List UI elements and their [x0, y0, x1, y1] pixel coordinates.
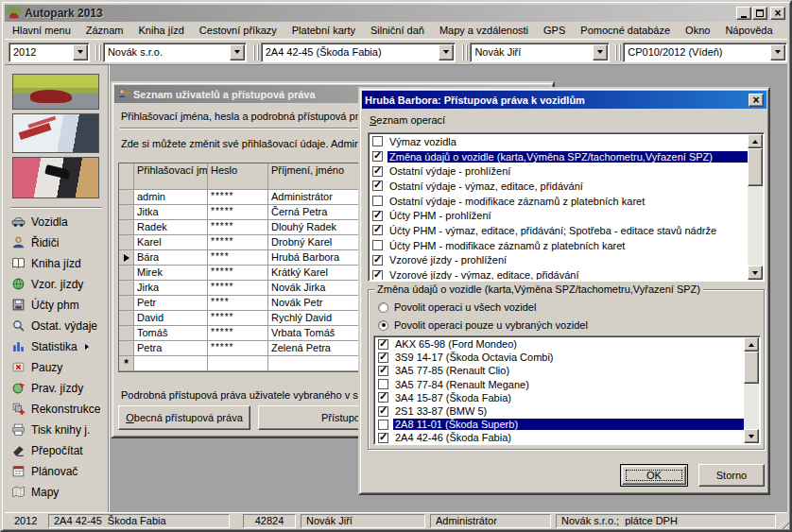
sidebar-item-vozidla[interactable]: Vozidla: [9, 212, 106, 232]
vehicle-item[interactable]: 2A4 42-46 (Škoda Fabia): [375, 431, 744, 443]
operation-item[interactable]: Změna údajů o vozidle (karta,Výměna SPZ/…: [370, 149, 748, 164]
cell-password[interactable]: *****: [208, 341, 268, 356]
menu-item[interactable]: Cestovní příkazy: [192, 23, 284, 38]
combobox-dropdown-button[interactable]: [593, 44, 608, 60]
operation-item[interactable]: Účty PHM - prohlížení: [370, 208, 748, 223]
vehicle-item[interactable]: 3S9 14-17 (Škoda Octavia Combi): [375, 351, 744, 364]
operation-item[interactable]: Účty PHM - výmaz, editace, přidávání; Sp…: [370, 223, 748, 238]
scroll-down-button[interactable]: [748, 266, 763, 280]
checkbox-icon[interactable]: [378, 339, 388, 350]
checkbox-icon[interactable]: [372, 136, 383, 146]
checkbox-icon[interactable]: [378, 366, 388, 376]
operation-item[interactable]: Vzorové jízdy - výmaz, editace, přidáván…: [370, 267, 748, 280]
checkbox-icon[interactable]: [372, 240, 383, 250]
cell-password[interactable]: [208, 356, 268, 371]
combobox-dropdown-button[interactable]: [73, 44, 88, 60]
cell-password[interactable]: ****: [208, 296, 268, 311]
sidebar-item-pauzy[interactable]: Pauzy: [9, 357, 106, 377]
menu-item[interactable]: Silniční daň: [363, 23, 432, 38]
row-selector[interactable]: [119, 250, 134, 266]
operation-item[interactable]: Vzorové jízdy - prohlížení: [370, 253, 748, 268]
menu-item[interactable]: Okno: [678, 23, 717, 38]
vehicle-item[interactable]: 3A5 77-85 (Renault Clio): [375, 364, 744, 377]
cell-password[interactable]: *****: [208, 326, 268, 341]
cell-password[interactable]: ****: [208, 250, 268, 266]
operation-item[interactable]: Ostatní výdaje - výmaz, editace, přidává…: [370, 179, 748, 194]
vehicle-item[interactable]: 3A5 77-84 (Renault Megane): [375, 378, 744, 391]
menu-item[interactable]: Platební karty: [284, 23, 363, 38]
cell-login[interactable]: Mirek: [134, 266, 208, 281]
cell-login[interactable]: Petra: [134, 341, 208, 356]
checkbox-icon[interactable]: [372, 211, 383, 221]
row-selector[interactable]: [119, 281, 134, 296]
cell-password[interactable]: *****: [208, 190, 268, 205]
scroll-up-button[interactable]: [744, 337, 759, 352]
checkbox-icon[interactable]: [378, 406, 388, 417]
cell-login[interactable]: admin: [134, 190, 208, 205]
rights-dialog-close-button[interactable]: ×: [749, 94, 764, 107]
operations-scrollbar[interactable]: [748, 134, 763, 280]
sidebar-item-tisk-knihy[interactable]: Tisk knihy j.: [9, 420, 106, 439]
checkbox-icon[interactable]: [378, 352, 388, 363]
operation-item[interactable]: Ostatní výdaje - modifikace záznamů z pl…: [370, 194, 748, 209]
checkbox-icon[interactable]: [378, 379, 388, 389]
combobox-dropdown-button[interactable]: [230, 44, 245, 60]
maximize-button[interactable]: [752, 7, 767, 20]
checkbox-icon[interactable]: [372, 255, 383, 266]
sidebar-item-ostat-vydaje[interactable]: Ostat. výdaje: [9, 316, 106, 335]
row-selector[interactable]: [119, 235, 134, 250]
ok-button[interactable]: OK: [620, 464, 688, 487]
menu-item[interactable]: Hlavní menu: [5, 23, 78, 38]
toolbar-combobox[interactable]: Novák Jiří: [470, 43, 610, 62]
cell-login[interactable]: Jirka: [134, 281, 208, 296]
cell-password[interactable]: *****: [208, 281, 268, 296]
row-selector[interactable]: [119, 205, 134, 220]
sidebar-item-ridici[interactable]: Řidiči: [9, 232, 106, 252]
vehicle-item[interactable]: AKX 65-98 (Ford Mondeo): [375, 337, 744, 351]
row-selector[interactable]: [119, 341, 134, 356]
general-rights-button[interactable]: Obecná přístupová práva: [118, 405, 250, 430]
combobox-dropdown-button[interactable]: [439, 44, 454, 60]
sidebar-item-prav-jizdy[interactable]: Prav. jízdy: [9, 378, 106, 398]
combobox-dropdown-button[interactable]: [770, 44, 785, 60]
menu-item[interactable]: Pomocné databáze: [573, 23, 678, 38]
sidebar-item-mapy[interactable]: Mapy: [9, 482, 106, 502]
scroll-up-button[interactable]: [748, 134, 763, 148]
scrollbar-thumb[interactable]: [748, 148, 763, 186]
vehicle-item[interactable]: 2S1 33-87 (BMW 5): [375, 404, 744, 418]
operation-item[interactable]: Účty PHM - modifikace záznamů z platební…: [370, 238, 748, 253]
cell-password[interactable]: *****: [208, 311, 268, 326]
vehicle-item[interactable]: 3A4 15-87 (Škoda Fabia): [375, 391, 744, 404]
cell-login[interactable]: Radek: [134, 220, 208, 235]
row-selector[interactable]: [119, 296, 134, 311]
new-row-selector[interactable]: *: [119, 356, 134, 371]
sidebar-item-prepocitat[interactable]: Přepočítat: [9, 440, 106, 460]
minimize-button[interactable]: [736, 7, 751, 20]
sidebar-item-ucty-phm[interactable]: Účty phm: [9, 295, 106, 315]
sidebar-item-statistika[interactable]: Statistika: [9, 336, 106, 356]
cell-login[interactable]: Jitka: [134, 205, 208, 220]
checkbox-icon[interactable]: [372, 180, 383, 191]
checkbox-icon[interactable]: [378, 392, 388, 403]
cancel-button[interactable]: Storno: [698, 464, 765, 487]
cell-login[interactable]: [134, 356, 208, 371]
checkbox-icon[interactable]: [372, 225, 383, 235]
operation-item[interactable]: Výmaz vozidla: [370, 134, 748, 149]
cell-password[interactable]: *****: [208, 235, 268, 250]
sidebar-item-kniha-jizd[interactable]: Kniha jízd: [9, 253, 106, 273]
radio-all-vehicles[interactable]: Povolit operaci u všech vozidel: [378, 301, 536, 313]
sidebar-item-vzor-jizdy[interactable]: Vzor. jízdy: [9, 274, 106, 294]
window-titlebar[interactable]: Autopark 2013 ×: [5, 5, 787, 22]
toolbar-combobox[interactable]: 2012: [9, 43, 90, 62]
row-selector[interactable]: [119, 220, 134, 235]
sidebar-item-rekonstrukce[interactable]: Rekonstrukce: [9, 399, 106, 419]
menu-item[interactable]: GPS: [536, 23, 573, 38]
scrollbar-thumb[interactable]: [744, 352, 759, 384]
checkbox-icon[interactable]: [372, 196, 383, 206]
sidebar-item-planovac[interactable]: Plánovač: [9, 461, 106, 481]
menu-item[interactable]: Záznam: [78, 23, 131, 38]
menu-item[interactable]: Nápověda: [717, 23, 780, 38]
cell-login[interactable]: David: [134, 311, 208, 326]
toolbar-combobox[interactable]: Novák s.r.o.: [103, 43, 247, 62]
cell-password[interactable]: *****: [208, 266, 268, 281]
